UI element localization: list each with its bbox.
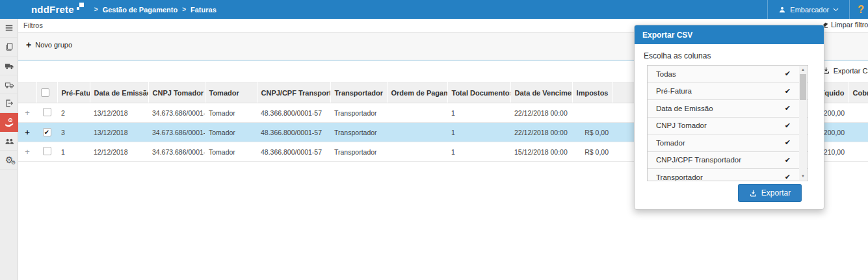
column-option-label: CNPJ Tomador xyxy=(656,121,707,129)
row-expander[interactable]: + xyxy=(25,147,30,157)
column-option[interactable]: Pré-Fatura✔ xyxy=(648,83,808,101)
cell-tomador: Tomador xyxy=(205,142,257,162)
cell-data_emissao: 13/12/2018 xyxy=(90,123,148,142)
cell-total_documentos: 1 xyxy=(447,142,510,162)
cell-impostos: R$ 0,00 xyxy=(572,142,612,162)
cell-data_emissao: 12/12/2018 xyxy=(90,142,148,162)
column-header-label: Cobrança xyxy=(853,89,868,97)
column-option[interactable]: Tomador✔ xyxy=(648,134,808,152)
column-option[interactable]: Todas✔ xyxy=(648,66,808,83)
cell-transportador: Transportador xyxy=(330,142,387,162)
row-checkbox[interactable] xyxy=(43,108,51,116)
truck-outline-icon xyxy=(5,80,14,90)
row-expander[interactable]: + xyxy=(25,108,30,118)
topbar-right: Embarcador ? xyxy=(767,0,868,19)
logo-squares-icon xyxy=(77,3,84,10)
column-header-pre_fatura[interactable]: Pré-Fatura xyxy=(57,83,90,103)
cell-expander: + xyxy=(18,123,36,142)
column-header-checkbox[interactable] xyxy=(36,83,57,103)
gears-icon: ⚙⚙ xyxy=(5,155,14,164)
cell-pre_fatura: 1 xyxy=(57,142,90,162)
chevron-right-icon: > xyxy=(94,6,98,13)
check-icon: ✔ xyxy=(785,138,791,147)
column-option[interactable]: CNPJ/CPF Transportador✔ xyxy=(648,152,808,170)
select-all-checkbox[interactable] xyxy=(41,88,49,97)
download-icon xyxy=(749,189,757,197)
sidebar: $ ⚙⚙ xyxy=(0,19,18,280)
cell-checkbox: ✔ xyxy=(36,123,57,142)
breadcrumb-faturas[interactable]: Faturas xyxy=(191,6,217,14)
column-header-data_vencimento[interactable]: Data de Vencimento xyxy=(510,83,572,103)
column-header-label: Total Documentos xyxy=(452,89,511,97)
user-menu[interactable]: Embarcador xyxy=(768,0,849,19)
row-expander[interactable]: + xyxy=(25,127,30,137)
column-header-cnpj_cpf_transportador[interactable]: CNPJ/CPF Transportador xyxy=(257,83,330,103)
new-group-button[interactable]: + Novo grupo xyxy=(26,41,72,49)
column-header-total_documentos[interactable]: Total Documentos xyxy=(447,83,510,103)
plus-icon: + xyxy=(26,42,31,49)
cell-cobranca xyxy=(848,142,868,162)
check-icon: ✔ xyxy=(785,70,791,78)
export-csv-button[interactable]: Exportar CSV xyxy=(822,66,868,75)
app-logo[interactable]: nddFrete xyxy=(31,4,84,15)
column-header-label: Pré-Fatura xyxy=(62,89,90,97)
modal-prompt: Escolha as colunas xyxy=(644,51,711,60)
column-header-tomador[interactable]: Tomador xyxy=(205,83,257,103)
new-group-label: Novo grupo xyxy=(35,41,72,49)
user-menu-label: Embarcador xyxy=(790,6,829,14)
column-option[interactable]: CNPJ Tomador✔ xyxy=(648,118,808,135)
cell-tomador: Tomador xyxy=(205,103,257,123)
column-option[interactable]: Data de Emissão✔ xyxy=(648,100,808,118)
column-option[interactable]: Transportador✔ xyxy=(648,169,808,181)
sidebar-item-sign-out[interactable] xyxy=(0,94,18,113)
clear-filters-button[interactable]: Limpar filtros xyxy=(821,21,868,29)
cell-data_emissao: 13/12/2018 xyxy=(90,103,148,123)
column-header-transportador[interactable]: Transportador xyxy=(330,83,387,103)
app-root: nddFrete > Gestão de Pagamento > Faturas… xyxy=(0,0,868,280)
sidebar-item-menu[interactable] xyxy=(0,19,18,38)
app-logo-text: nddFrete xyxy=(31,4,74,15)
menu-icon xyxy=(5,23,14,32)
sidebar-item-truck-outline[interactable] xyxy=(0,75,18,94)
columns-listbox: Todas✔Pré-Fatura✔Data de Emissão✔CNPJ To… xyxy=(647,65,808,181)
cell-cnpj_cpf_transportador: 48.366.800/0001-57 xyxy=(257,123,330,142)
scroll-up-icon[interactable]: ▲ xyxy=(799,66,807,73)
breadcrumb-gestao-pagamento[interactable]: Gestão de Pagamento xyxy=(103,6,178,14)
sidebar-item-users[interactable] xyxy=(0,132,18,151)
listbox-scrollbar[interactable]: ▲ ▼ xyxy=(799,66,807,180)
row-checkbox[interactable] xyxy=(43,147,51,155)
column-header-label: Data de Emissão xyxy=(94,89,149,97)
column-header-cobranca[interactable]: Cobrança xyxy=(848,83,868,103)
column-header-label: Data de Vencimento xyxy=(515,89,573,97)
user-icon xyxy=(778,6,786,14)
cell-checkbox xyxy=(36,103,57,123)
clear-filters-label: Limpar filtros xyxy=(831,21,868,29)
scrollbar-thumb[interactable] xyxy=(800,74,806,100)
cell-ordem_pagamento xyxy=(387,142,447,162)
check-icon: ✔ xyxy=(785,173,791,181)
cell-pre_fatura: 2 xyxy=(57,103,90,123)
column-header-impostos[interactable]: Impostos xyxy=(572,83,612,103)
scroll-down-icon[interactable]: ▼ xyxy=(799,173,807,180)
column-header-data_emissao[interactable]: Data de Emissão↓ xyxy=(90,83,148,103)
sidebar-item-settings[interactable]: ⚙⚙ xyxy=(0,151,18,170)
column-option-label: Tomador xyxy=(656,139,685,147)
cell-data_vencimento: 15/12/2018 00:00 xyxy=(510,142,572,162)
column-header-ordem_pagamento[interactable]: Ordem de Pagamento xyxy=(387,83,447,103)
sidebar-item-payments[interactable]: $ xyxy=(0,113,18,132)
sidebar-item-documents[interactable] xyxy=(0,38,18,57)
row-checkbox[interactable]: ✔ xyxy=(43,128,51,136)
column-option-label: Todas xyxy=(656,70,676,78)
export-csv-modal: Exportar CSV Escolha as colunas Todas✔Pr… xyxy=(634,25,824,210)
column-option-label: Pré-Fatura xyxy=(656,87,692,95)
help-button[interactable]: ? xyxy=(850,0,868,19)
cell-tomador: Tomador xyxy=(205,123,257,142)
column-header-label: Impostos xyxy=(577,89,609,97)
cell-pre_fatura: 3 xyxy=(57,123,90,142)
column-header-cnpj_tomador[interactable]: CNPJ Tomador xyxy=(148,83,205,103)
column-option-label: Data de Emissão xyxy=(656,105,713,112)
sidebar-item-truck[interactable] xyxy=(0,57,18,75)
check-icon: ✔ xyxy=(785,104,791,112)
question-mark-icon: ? xyxy=(858,4,864,16)
export-button[interactable]: Exportar xyxy=(738,184,802,202)
